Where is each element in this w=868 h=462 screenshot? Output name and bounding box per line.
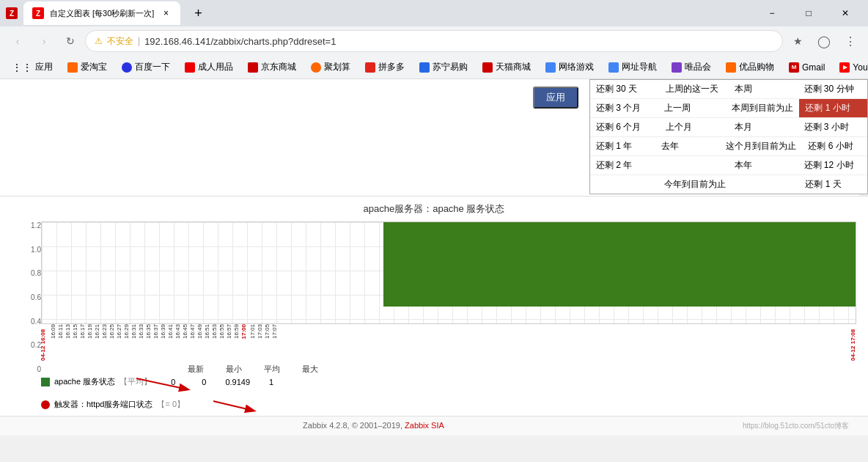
arrow-svg-2 [210, 397, 268, 416]
x-tick: 16:37 [152, 324, 160, 339]
arrow-svg-1 [129, 371, 217, 393]
bookmark-tianmao[interactable]: 天猫商城 [477, 59, 537, 76]
x-tick: 16:13 [65, 324, 72, 339]
x-tick: 16:15 [72, 324, 79, 339]
footer-link[interactable]: Zabbix SIA [405, 421, 444, 430]
footer-text: Zabbix 4.2.8, © 2001–2019, [303, 421, 405, 430]
time-cell-12hours[interactable]: 还剩 12 小时 [798, 156, 868, 175]
time-cell-this-month-so-far[interactable]: 这个月到目前为止 [720, 137, 802, 155]
x-tick: 16:23 [101, 324, 108, 339]
time-grid-row-4: 还剩 1 年 去年 这个月到目前为止 还剩 6 小时 [590, 137, 867, 156]
legend-label-trigger: 触发器：httpd服务端口状态 [54, 399, 152, 410]
y-label-06: 0.6 [12, 293, 41, 301]
x-tick: 17:07 [271, 324, 279, 339]
security-icon: ⚠ [95, 36, 103, 46]
chart-title: apache服务器：apache 服务状态 [12, 202, 856, 216]
x-label-start-red: 04-12 16:08 [41, 326, 46, 361]
chart-container: 1.2 1.0 0.8 0.6 0.4 0.2 0 04-12 1 [12, 221, 856, 410]
x-tick: 16:21 [94, 324, 101, 339]
bookmark-vip[interactable]: 唯品会 [666, 59, 717, 76]
bookmark-nav[interactable]: 网址导航 [603, 59, 663, 76]
time-cell-last-week[interactable]: 上一周 [658, 99, 727, 117]
bookmark-pinduoduo[interactable]: 拼多多 [359, 59, 411, 76]
time-cell-this-week[interactable]: 本周 [729, 80, 798, 98]
legend-max-apache: 1 [269, 378, 273, 386]
apply-button[interactable]: 应用 [533, 87, 578, 109]
tab-title: 自定义图表 [每30秒刷新一次] [50, 8, 154, 19]
time-cell-1year[interactable]: 还剩 1 年 [590, 137, 655, 155]
account-button[interactable]: ◯ [812, 29, 836, 53]
refresh-button[interactable]: ↻ [59, 29, 82, 53]
x-tick: 16:17 [79, 324, 87, 339]
forward-button[interactable]: › [32, 29, 56, 53]
time-cell-2years[interactable]: 还剩 2 年 [590, 156, 660, 175]
time-cell-last-year[interactable]: 去年 [655, 137, 721, 155]
address-bar[interactable]: ⚠ 不安全 | 192.168.46.141/zabbix/charts.php… [85, 30, 783, 52]
time-cell-last-month[interactable]: 上个月 [660, 118, 729, 136]
x-tick: 16:39 [160, 324, 167, 339]
x-tick: 16:49 [196, 324, 204, 339]
bookmark-juhua[interactable]: 聚划算 [305, 59, 356, 76]
legend-item-trigger: 触发器：httpd服务端口状态 【= 0】 [41, 399, 856, 410]
maximize-button[interactable]: □ [792, 0, 825, 26]
bookmark-suning[interactable]: 苏宁易购 [413, 59, 474, 76]
y-label-02: 0.2 [12, 341, 41, 349]
bookmarks-bar: ⋮⋮ 应用 爱淘宝 百度一下 成人用品 京东商城 聚划算 拼多多 苏宁易购 天猫… [0, 56, 868, 79]
close-button[interactable]: ✕ [828, 0, 862, 26]
bookmark-star-button[interactable]: ★ [786, 29, 809, 53]
bookmark-baidu[interactable]: 百度一下 [116, 59, 176, 76]
x-tick: 16:57 [226, 324, 233, 339]
legend-col-max: 最大 [302, 364, 318, 375]
x-tick: 16:27 [116, 324, 123, 339]
time-grid-popup: 还剩 30 天 上周的这一天 本周 还剩 30 分钟 还剩 3 个月 上一周 本… [589, 79, 868, 194]
bookmark-jd[interactable]: 京东商城 [242, 59, 302, 76]
x-tick: 16:53 [211, 324, 218, 339]
bookmark-youtube[interactable]: YouTube [834, 59, 868, 76]
legend-color-trigger [41, 400, 50, 409]
x-tick: 16:33 [138, 324, 145, 339]
tab-favicon: Z [32, 7, 44, 19]
minimize-button[interactable]: − [755, 0, 789, 26]
bookmark-gmail[interactable]: M Gmail [783, 59, 831, 76]
time-cell-1day[interactable]: 还剩 1 天 [799, 175, 867, 194]
time-cell-this-year[interactable]: 本年 [729, 156, 798, 175]
bookmark-taobao[interactable]: 爱淘宝 [62, 59, 113, 76]
time-cell-6months[interactable]: 还剩 6 个月 [590, 118, 660, 136]
time-cell-30min[interactable]: 还剩 30 分钟 [798, 80, 868, 98]
time-cell-30days[interactable]: 还剩 30 天 [590, 80, 660, 98]
chart-y-axis: 1.2 1.0 0.8 0.6 0.4 0.2 0 [12, 221, 41, 410]
x-tick-17-00: 17:00 [240, 324, 249, 339]
x-tick: 16:47 [189, 324, 196, 339]
bookmark-apps[interactable]: ⋮⋮ 应用 [6, 59, 59, 76]
time-cell-this-month[interactable]: 本月 [729, 118, 798, 136]
back-button[interactable]: ‹ [6, 29, 29, 53]
time-cell-3hours[interactable]: 还剩 3 小时 [798, 118, 868, 136]
chart-plot [41, 221, 856, 324]
legend-note-trigger: 【= 0】 [157, 399, 185, 410]
x-tick: 16:25 [108, 324, 116, 339]
x-tick: 16:35 [145, 324, 152, 339]
time-cell-empty3 [732, 175, 800, 194]
time-cell-this-week-so-far[interactable]: 本周到目前为止 [726, 99, 799, 117]
time-cell-6hours[interactable]: 还剩 6 小时 [802, 137, 867, 155]
active-tab[interactable]: Z 自定义图表 [每30秒刷新一次] × [23, 1, 180, 25]
legend-col-avg: 平均 [264, 364, 280, 375]
url-text: 192.168.46.141/zabbix/charts.php?ddreset… [144, 36, 773, 47]
menu-button[interactable]: ⋮ [839, 29, 862, 53]
tab-close-button[interactable]: × [160, 7, 172, 19]
chart-legend-area: 最新 最小 平均 最大 apache 服务状态 【平均】 0 0 0.9149 … [41, 364, 856, 410]
time-cell-3months[interactable]: 还剩 3 个月 [590, 99, 658, 117]
bookmark-youpin[interactable]: 优品购物 [720, 59, 780, 76]
time-range-area: 应用 还剩 30 天 上周的这一天 本周 还剩 30 分钟 还剩 3 个月 上一… [0, 79, 868, 197]
time-grid-row-5: 还剩 2 年 本年 还剩 12 小时 [590, 156, 867, 175]
title-bar: Z Z 自定义图表 [每30秒刷新一次] × + − □ ✕ [0, 0, 868, 26]
x-tick: 16:29 [123, 324, 130, 339]
new-tab-button[interactable]: + [186, 1, 210, 25]
chart-section: apache服务器：apache 服务状态 1.2 1.0 0.8 0.6 0.… [0, 197, 868, 416]
time-cell-last-week-day[interactable]: 上周的这一天 [660, 80, 729, 98]
nav-bar: ‹ › ↻ ⚠ 不安全 | 192.168.46.141/zabbix/char… [0, 26, 868, 56]
time-cell-ytd[interactable]: 今年到目前为止 [658, 175, 732, 194]
bookmark-adult[interactable]: 成人用品 [179, 59, 239, 76]
bookmark-game[interactable]: 网络游戏 [540, 59, 600, 76]
time-cell-1hour[interactable]: 还剩 1 小时 [799, 99, 867, 117]
